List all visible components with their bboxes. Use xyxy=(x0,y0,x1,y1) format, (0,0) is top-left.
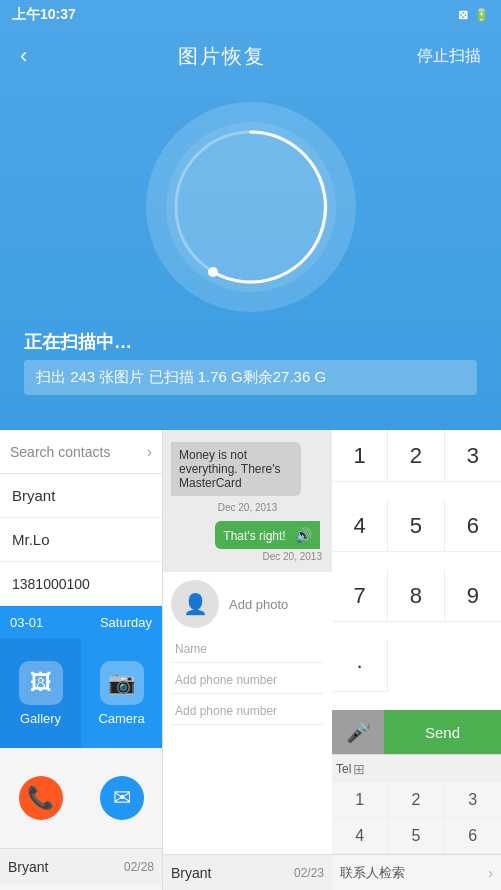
contact-search-bar[interactable]: 联系人检索 › xyxy=(332,854,501,890)
camera-icon: 📷 xyxy=(100,661,144,705)
expand-icon: ⊞ xyxy=(353,761,365,777)
dial-key-6[interactable]: 6 xyxy=(445,500,501,552)
back-button[interactable]: ‹ xyxy=(20,43,27,69)
dialpad-panel: 1 2 3 4 5 6 7 8 9 · 🎤 Send Tel ⊞ 1 2 3 4… xyxy=(332,430,501,890)
contact-bottom-date-2: 02/23 xyxy=(294,866,324,880)
phone-field-1[interactable]: Add phone number xyxy=(171,667,324,694)
contacts-icons-row: 🖼 Gallery 📷 Camera xyxy=(0,638,162,748)
scanner-outer-ring xyxy=(146,102,356,312)
phone-icon-item[interactable]: 📞 xyxy=(0,748,81,848)
dialpad-mini-grid: 1 2 3 4 5 6 xyxy=(332,782,501,854)
chat-messages: Money is not everything. There's MasterC… xyxy=(163,430,332,572)
stop-scan-button[interactable]: 停止扫描 xyxy=(417,46,481,67)
main-app: ‹ 图片恢复 停止扫描 正在扫描中… 扫出 243 张图片 已扫描 1.76 G… xyxy=(0,30,501,460)
contact-name-row-chat: Bryant 02/23 xyxy=(163,854,332,890)
dialpad-bottom-bar: Tel ⊞ xyxy=(332,754,501,782)
page-title: 图片恢复 xyxy=(178,43,266,70)
scanner-container xyxy=(0,102,501,312)
status-bar: 上午10:37 ⊠ 🔋 xyxy=(0,0,501,30)
contacts-date-row: 03-01 Saturday xyxy=(0,606,162,638)
camera-label: Camera xyxy=(98,711,144,726)
contacts-search-row[interactable]: Search contacts › xyxy=(0,430,162,474)
dialpad-main-grid: 1 2 3 4 5 6 7 8 9 · xyxy=(332,430,501,710)
dial-key-4[interactable]: 4 xyxy=(332,500,388,552)
chat-panel: Money is not everything. There's MasterC… xyxy=(163,430,332,890)
scan-progress-text: 正在扫描中… xyxy=(24,330,477,354)
tel-label: Tel xyxy=(336,762,351,776)
scanner-arc-svg xyxy=(166,122,336,292)
contacts-search-arrow-icon: › xyxy=(147,443,152,461)
scan-detail-text: 扫出 243 张图片 已扫描 1.76 G剩余27.36 G xyxy=(24,360,477,395)
contact-item-bryant[interactable]: Bryant xyxy=(0,474,162,518)
sim-icon: ⊠ xyxy=(458,8,468,22)
contacts-day: Saturday xyxy=(100,615,152,630)
phone-field-2[interactable]: Add phone number xyxy=(171,698,324,725)
dial-key-1[interactable]: 1 xyxy=(332,430,388,482)
contact-bottom-name-2: Bryant xyxy=(171,865,211,881)
name-field[interactable]: Name xyxy=(171,636,324,663)
contact-bottom-date-1: 02/28 xyxy=(124,860,154,874)
gallery-label: Gallery xyxy=(20,711,61,726)
mini-key-3[interactable]: 3 xyxy=(445,782,501,818)
mini-key-4[interactable]: 4 xyxy=(332,818,388,854)
contact-bottom-name-1: Bryant xyxy=(8,859,48,875)
add-photo-section: 👤 Add photo Name Add phone number Add ph… xyxy=(163,572,332,854)
mail-icon-item[interactable]: ✉ xyxy=(81,748,162,848)
chat-msg-self-date: Dec 20, 2013 xyxy=(167,551,328,562)
mini-key-5[interactable]: 5 xyxy=(388,818,444,854)
status-time: 上午10:37 xyxy=(12,6,76,24)
add-photo-row: 👤 Add photo xyxy=(171,580,324,628)
volume-icon: 🔊 xyxy=(295,527,312,543)
status-icons: ⊠ 🔋 xyxy=(458,8,489,22)
mic-button[interactable]: 🎤 xyxy=(332,710,384,754)
add-photo-label: Add photo xyxy=(229,597,288,612)
top-nav: ‹ 图片恢复 停止扫描 xyxy=(0,30,501,82)
chat-msg-other: Money is not everything. There's MasterC… xyxy=(171,442,301,496)
mini-key-2[interactable]: 2 xyxy=(388,782,444,818)
phone-icon: 📞 xyxy=(19,776,63,820)
contacts-search-label: Search contacts xyxy=(10,444,147,460)
scanner-inner-ring xyxy=(166,122,336,292)
svg-point-1 xyxy=(208,267,218,277)
gallery-icon: 🖼 xyxy=(19,661,63,705)
dial-key-9[interactable]: 9 xyxy=(445,570,501,622)
mini-key-1[interactable]: 1 xyxy=(332,782,388,818)
contact-search-label: 联系人检索 xyxy=(340,864,405,882)
send-row: 🎤 Send xyxy=(332,710,501,754)
dial-key-dot[interactable]: · xyxy=(332,640,388,692)
contact-search-arrow-icon: › xyxy=(488,865,493,881)
contacts-date: 03-01 xyxy=(10,615,43,630)
dial-key-5[interactable]: 5 xyxy=(388,500,444,552)
gallery-icon-item[interactable]: 🖼 Gallery xyxy=(0,638,81,748)
contacts-bottom-row: 📞 ✉ xyxy=(0,748,162,848)
mini-key-6[interactable]: 6 xyxy=(445,818,501,854)
camera-icon-item[interactable]: 📷 Camera xyxy=(81,638,162,748)
send-button[interactable]: Send xyxy=(384,710,501,754)
mail-icon: ✉ xyxy=(100,776,144,820)
overlay-panels: Search contacts › Bryant Mr.Lo 138100010… xyxy=(0,430,501,890)
contact-item-mrlo[interactable]: Mr.Lo xyxy=(0,518,162,562)
contacts-panel: Search contacts › Bryant Mr.Lo 138100010… xyxy=(0,430,163,890)
battery-icon: 🔋 xyxy=(474,8,489,22)
scan-status-area: 正在扫描中… 扫出 243 张图片 已扫描 1.76 G剩余27.36 G xyxy=(0,312,501,403)
dial-key-3[interactable]: 3 xyxy=(445,430,501,482)
dial-key-2[interactable]: 2 xyxy=(388,430,444,482)
chat-msg-other-date: Dec 20, 2013 xyxy=(167,502,328,513)
contact-item-number[interactable]: 1381000100 xyxy=(0,562,162,606)
dial-key-8[interactable]: 8 xyxy=(388,570,444,622)
add-photo-circle[interactable]: 👤 xyxy=(171,580,219,628)
contact-name-row-1: Bryant 02/28 xyxy=(0,848,162,884)
chat-msg-self: That's right! 🔊 xyxy=(215,521,320,549)
dial-key-7[interactable]: 7 xyxy=(332,570,388,622)
